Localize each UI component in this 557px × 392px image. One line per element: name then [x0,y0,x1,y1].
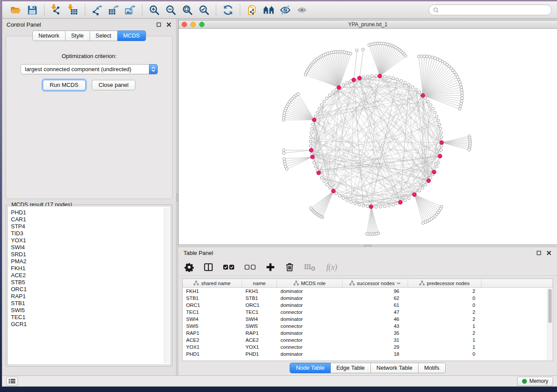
criterion-dropdown[interactable]: largest connected component (undirected) [21,64,158,74]
float-panel-icon[interactable] [156,22,162,28]
mcds-result-item[interactable]: STP4 [11,223,170,230]
float-table-panel-icon[interactable] [536,250,542,256]
close-panel-button[interactable]: Close panel [92,80,136,90]
table-options-gear-button[interactable] [184,262,194,272]
column-header-name[interactable]: name [242,279,277,287]
mcds-result-item[interactable]: TID3 [11,230,170,237]
cell-MCDS-role: connector [277,323,343,329]
table-row[interactable]: ACE2ACE2connector311 [183,337,553,344]
tab-edge-table[interactable]: Edge Table [331,363,371,373]
import-network-button[interactable] [48,3,64,17]
cell-predecessor-nodes: 2 [408,309,481,315]
toolbar-separator [44,4,45,16]
tab-motifs[interactable]: Motifs [419,363,446,373]
network-canvas[interactable] [179,29,557,244]
column-header-shared-name[interactable]: shared name [183,279,242,287]
deselect-all-checkbox-button[interactable] [244,262,256,272]
save-session-button[interactable] [24,3,40,17]
mcds-result-item[interactable]: RAP1 [11,293,170,300]
main-toolbar [2,1,557,19]
cell-MCDS-role: dominator [277,289,343,294]
table-row[interactable]: ORC1ORC1dominator610 [183,302,553,309]
tab-network[interactable]: Network [32,31,66,41]
table-row[interactable]: TEC1TEC1connector472 [183,309,553,316]
table-row[interactable]: SWI4SWI4dominator462 [183,316,553,323]
apply-preferred-layout-button[interactable] [220,3,236,17]
mcds-result-item[interactable]: ACE2 [11,272,170,279]
mcds-result-item[interactable]: FKH1 [11,265,170,272]
new-network-from-selection-button[interactable] [244,3,260,17]
hide-selected-button[interactable] [277,3,293,17]
tab-style[interactable]: Style [66,31,90,41]
mcds-result-item[interactable]: ORC1 [11,286,170,293]
toolbar-separator [142,4,142,16]
mcds-result-item[interactable]: SRD1 [11,251,170,258]
export-network-button[interactable] [89,3,105,17]
control-panel-tabs: NetworkStyleSelectMCDS [2,31,176,41]
cell-name: ACE2 [242,337,277,343]
task-history-button[interactable] [6,377,18,386]
run-mcds-button[interactable]: Run MCDS [43,80,86,90]
horizontal-splitter[interactable] [178,245,557,247]
import-table-button[interactable] [65,3,81,17]
add-column-button[interactable] [266,262,275,272]
delete-column-button[interactable] [285,262,294,272]
table-row[interactable]: FKH1FKH1dominator962 [183,288,553,295]
search-box[interactable] [429,4,552,15]
table-row[interactable]: STB1STB1dominator620 [183,295,553,302]
column-header-successor-nodes[interactable]: successor nodes [343,279,408,287]
column-header-MCDS-role[interactable]: MCDS role [277,279,343,287]
cell-successor-nodes: 31 [343,337,408,343]
table-panel-header: Table Panel [178,247,557,258]
cell-predecessor-nodes: 0 [408,296,481,301]
cell-successor-nodes: 61 [343,303,408,308]
show-column-panel-button[interactable] [204,262,213,272]
mcds-result-item[interactable]: GCR1 [11,321,170,328]
zoom-out-button[interactable] [163,3,179,17]
horizontal-splitter-handle[interactable] [364,245,372,247]
vertical-splitter-handle[interactable] [176,193,178,201]
tab-network-table[interactable]: Network Table [371,363,419,373]
zoom-fit-button[interactable] [180,3,195,17]
mcds-result-item[interactable]: SWI4 [11,244,170,251]
table-row[interactable]: PHD1PHD1dominator180 [183,351,553,358]
mcds-result-item[interactable]: SWI5 [11,307,170,314]
node-table: shared namenameMCDS rolesuccessor nodesp… [182,279,553,361]
search-input[interactable] [441,7,547,13]
tab-mcds[interactable]: MCDS [118,31,146,41]
export-table-button[interactable] [106,3,121,17]
mcds-result-item[interactable]: CAR1 [11,216,170,223]
mcds-result-item[interactable]: TEC1 [11,314,170,321]
mcds-list-scrollbar[interactable] [164,207,170,364]
first-neighbors-button[interactable] [261,3,277,17]
tab-select[interactable]: Select [90,31,118,41]
mcds-result-list[interactable]: PHD1CAR1STP4TID3YOX1SWI4SRD1PMA2FKH1ACE2… [7,206,171,365]
memory-button[interactable]: Memory [517,377,553,386]
table-scrollbar-thumb[interactable] [548,289,552,323]
table-row[interactable]: SWI5SWI5connector431 [183,323,553,330]
zoom-in-button[interactable] [146,3,162,17]
column-header-predecessor-nodes[interactable]: predecessor nodes [408,279,481,287]
cell-shared-name: PHD1 [183,351,242,357]
mcds-result-item[interactable]: STB5 [11,279,170,286]
export-image-button[interactable] [122,3,138,17]
vertical-splitter[interactable] [176,19,178,375]
mcds-result-item[interactable]: YOX1 [11,237,170,244]
select-all-checkbox-button[interactable] [223,262,235,272]
close-table-panel-icon[interactable] [546,250,552,256]
table-row[interactable]: RAP1RAP1dominator352 [183,330,553,337]
open-file-button[interactable] [8,3,24,17]
table-scrollbar[interactable] [547,288,552,360]
cell-name: TEC1 [242,309,277,315]
tab-node-table[interactable]: Node Table [290,363,331,373]
close-panel-icon[interactable] [166,22,172,28]
cell-successor-nodes: 18 [343,351,408,357]
svg-text:f(x): f(x) [326,262,337,272]
control-panel-title: Control Panel [7,21,41,28]
mcds-result-item[interactable]: PMA2 [11,258,170,265]
cell-name: RAP1 [242,330,277,336]
mcds-result-item[interactable]: STB1 [11,300,170,307]
zoom-selected-button[interactable] [196,3,212,17]
mcds-result-item[interactable]: PHD1 [11,209,170,216]
table-row[interactable]: YOX1YOX1connector291 [183,344,553,351]
